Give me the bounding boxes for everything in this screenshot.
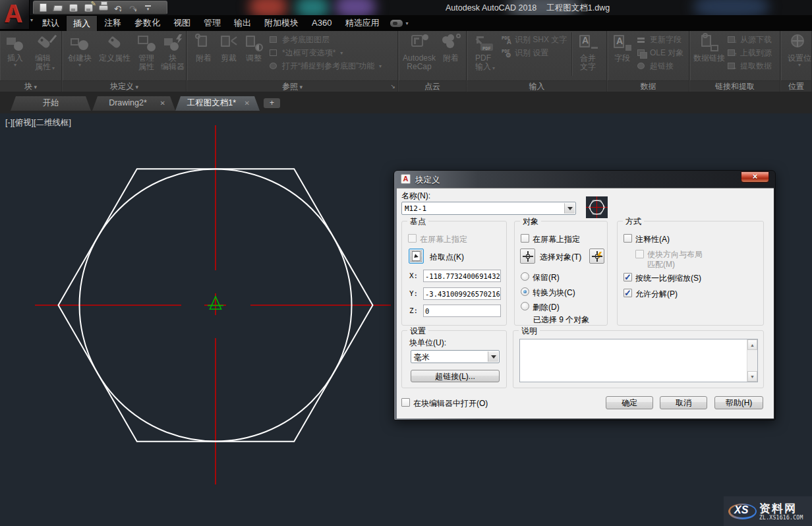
update-fields-item[interactable]: 更新字段 — [637, 34, 683, 45]
panel-label-reference[interactable]: 参照 — [187, 80, 397, 92]
save-as-button[interactable] — [84, 3, 94, 13]
panel-launcher-icon[interactable]: ↘ — [390, 82, 395, 90]
annotative-checkbox[interactable] — [624, 234, 632, 243]
match-orientation-checkbox[interactable] — [635, 250, 644, 258]
block-unit-combobox[interactable]: 毫米 — [411, 350, 500, 363]
edit-attributes-button[interactable]: 编辑 属性▾ — [30, 31, 59, 71]
ribbon-tab-featured-apps[interactable]: 精选应用 — [338, 15, 386, 31]
create-block-button[interactable]: 创建块▾ — [64, 31, 96, 68]
textarea-scrollbar[interactable]: ▲ ▼ — [747, 339, 757, 382]
extract-data-item[interactable]: →提取数据 — [727, 61, 772, 72]
file-tab-start[interactable]: 开始 — [11, 96, 91, 111]
hyperlink-button[interactable]: 超链接(L)... — [411, 370, 500, 382]
viewport-label[interactable]: [-][俯视][二维线框] — [5, 117, 71, 129]
panel-label-import[interactable]: 输入 — [467, 80, 606, 92]
ribbon-tab-view[interactable]: 视图 — [167, 15, 197, 31]
ribbon-tab-a360[interactable]: A360 — [305, 15, 338, 31]
pdf-import-button[interactable]: PDF PDF 输入▾ — [470, 31, 500, 71]
dialog-title-bar[interactable]: A 块定义 × — [394, 171, 775, 188]
ribbon-tab-addins[interactable]: 附加模块 — [258, 15, 305, 31]
quick-select-button[interactable] — [589, 248, 604, 264]
block-definition-dialog: A 块定义 × 名称(N): M12-1 — [393, 170, 776, 421]
logo-dropdown-icon[interactable]: ▾ — [30, 17, 33, 23]
panel-label-block-definition[interactable]: 块定义 — [63, 80, 186, 92]
objects-onscreen-checkbox[interactable] — [521, 234, 529, 243]
basepoint-onscreen-checkbox[interactable] — [408, 234, 417, 243]
x-input[interactable]: -118.7732400691432 — [423, 270, 501, 282]
panel-label-block[interactable]: 块 — [0, 80, 61, 92]
file-tab-drawing2[interactable]: Drawing2*✕ — [92, 96, 175, 111]
data-link-button[interactable]: 数据链接 — [693, 31, 726, 63]
ribbon-tab-manage[interactable]: 管理 — [197, 15, 227, 31]
combo-arrow-icon[interactable] — [564, 203, 575, 214]
close-tab-icon[interactable]: ✕ — [245, 96, 250, 110]
ole-objects-item[interactable]: OLE 对象 — [637, 47, 683, 59]
block-name-combobox[interactable]: M12-1 — [401, 202, 576, 215]
snap-to-underlay-item[interactable]: 打开“捕捉到参考底图”功能▾ — [269, 61, 382, 72]
y-input[interactable]: -3.431009926570216 — [423, 287, 501, 300]
panel-label-data[interactable]: 数据 — [608, 80, 689, 92]
panel-label-point-cloud[interactable]: 点云 — [399, 80, 466, 92]
ribbon-tab-parametric[interactable]: 参数化 — [128, 15, 167, 31]
field-icon: A — [612, 33, 633, 53]
hyperlink-item[interactable]: 超链接 — [637, 61, 683, 72]
new-tab-button[interactable]: + — [264, 98, 280, 108]
open-in-editor-checkbox[interactable] — [401, 398, 410, 407]
redo-button[interactable]: ↷▾ — [129, 3, 139, 13]
upload-to-source-item[interactable]: ↑上载到源 — [727, 47, 772, 59]
underlay-layers-item[interactable]: 参考底图图层 — [269, 34, 382, 45]
ok-button[interactable]: 确定 — [606, 396, 653, 409]
clip-button[interactable]: 剪裁 — [216, 31, 241, 63]
manage-attributes-button[interactable]: 管理 属性 — [134, 31, 159, 71]
insert-block-button[interactable]: 插入▾ — [0, 31, 30, 68]
file-tab-bar: 开始 Drawing2*✕ 工程图文档1*✕ + — [0, 92, 812, 113]
uniform-scale-checkbox[interactable] — [624, 273, 632, 281]
block-editor-button[interactable]: 块 编辑器 — [159, 31, 187, 71]
pdf-import-icon: PDF — [475, 33, 496, 53]
field-button[interactable]: A 字段 — [610, 31, 634, 63]
scroll-down-icon[interactable]: ▼ — [747, 371, 757, 382]
retain-radio[interactable] — [521, 272, 529, 281]
define-attributes-button[interactable]: 定义属性 — [96, 31, 134, 63]
app-logo[interactable]: A — [0, 0, 30, 30]
open-file-button[interactable] — [53, 3, 63, 13]
block-unit-value: 毫米 — [414, 352, 430, 363]
select-objects-button[interactable] — [520, 248, 535, 264]
recognition-settings-item[interactable]: PDF⚙识别 设置 — [502, 47, 571, 59]
autodesk-recap-button[interactable]: Autodesk ReCap — [401, 31, 438, 71]
cancel-button[interactable]: 取消 — [660, 396, 707, 409]
ribbon-tab-insert[interactable]: 插入 — [66, 15, 98, 31]
close-tab-icon[interactable]: ✕ — [160, 96, 165, 110]
ribbon-tab-default[interactable]: 默认 — [36, 15, 66, 31]
ribbon-tab-annotate[interactable]: 注释 — [98, 15, 128, 31]
combo-arrow-icon[interactable] — [488, 351, 498, 362]
scroll-up-icon[interactable]: ▲ — [747, 339, 757, 350]
ribbon-tab-output[interactable]: 输出 — [227, 15, 258, 31]
qat-customize-button[interactable]: ▾ — [145, 5, 151, 11]
file-tab-document1[interactable]: 工程图文档1*✕ — [175, 96, 260, 111]
new-file-button[interactable] — [38, 3, 48, 13]
set-location-button[interactable]: 设置位置▾ — [786, 31, 812, 68]
pick-point-button[interactable] — [409, 248, 424, 264]
plot-button[interactable] — [99, 3, 109, 13]
description-textarea[interactable]: ▲ ▼ — [519, 339, 758, 382]
adjust-button[interactable]: 调整 — [241, 31, 266, 63]
help-button[interactable]: 帮助(H) — [714, 396, 763, 409]
attach-button[interactable]: 附着 — [191, 31, 216, 63]
frames-option-item[interactable]: *边框可变选项*▾ — [269, 47, 382, 59]
download-from-source-item[interactable]: ↓从源下载 — [727, 34, 772, 45]
drawing-canvas[interactable]: [-][俯视][二维线框] A 块定义 × — [0, 113, 812, 526]
panel-label-location[interactable]: 位置 — [781, 80, 811, 92]
pointcloud-attach-button[interactable]: 附着 — [438, 31, 464, 63]
panel-label-link-extract[interactable]: 链接和提取 — [690, 80, 780, 92]
undo-button[interactable]: ↶▾ — [114, 3, 124, 13]
save-button[interactable] — [69, 3, 78, 13]
recognize-shx-item[interactable]: PDFA识别 SHX 文字 — [502, 34, 571, 45]
ribbon-display-toggle[interactable]: ▾ — [390, 15, 408, 31]
convert-to-block-radio[interactable] — [521, 287, 529, 296]
allow-explode-checkbox[interactable] — [624, 289, 632, 297]
dialog-close-button[interactable]: × — [741, 171, 769, 183]
z-input[interactable]: 0 — [423, 305, 501, 317]
combine-text-button[interactable]: A 合并 文字 — [573, 31, 602, 71]
delete-radio[interactable] — [521, 302, 529, 310]
